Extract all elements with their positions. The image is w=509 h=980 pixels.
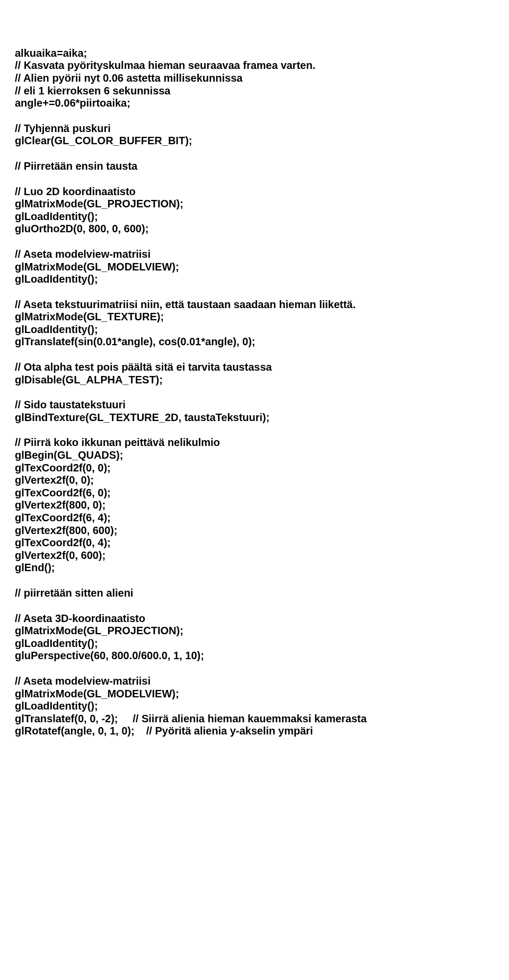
- code-document: alkuaika=aika; // Kasvata pyörityskulmaa…: [15, 47, 509, 738]
- code-block: // Aseta modelview-matriisi glMatrixMode…: [15, 248, 509, 286]
- code-block: // Piirretään ensin tausta: [15, 160, 509, 173]
- code-block: // Tyhjennä puskuri glClear(GL_COLOR_BUF…: [15, 122, 509, 147]
- code-block: // Piirrä koko ikkunan peittävä nelikulm…: [15, 436, 509, 574]
- code-block: // Sido taustatekstuuri glBindTexture(GL…: [15, 399, 509, 424]
- code-block: // Aseta modelview-matriisi glMatrixMode…: [15, 675, 509, 738]
- code-block: // Luo 2D koordinaatisto glMatrixMode(GL…: [15, 186, 509, 235]
- code-block: // Aseta tekstuurimatriisi niin, että ta…: [15, 299, 509, 348]
- code-block: alkuaika=aika; // Kasvata pyörityskulmaa…: [15, 47, 509, 110]
- code-block: // piirretään sitten alieni: [15, 587, 509, 600]
- code-block: // Aseta 3D-koordinaatisto glMatrixMode(…: [15, 612, 509, 662]
- code-block: // Ota alpha test pois päältä sitä ei ta…: [15, 361, 509, 386]
